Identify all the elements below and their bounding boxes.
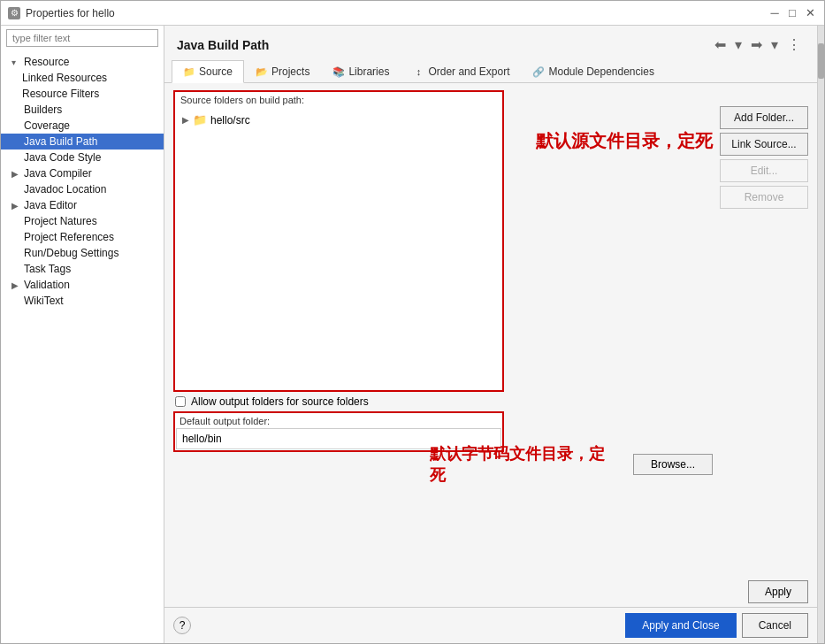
nav-dropdown2-button[interactable]: ▾ [768, 34, 782, 55]
footer-left: ? [173, 613, 620, 638]
tab-order-export[interactable]: ↕ Order and Export [401, 60, 521, 82]
sidebar-item-run-debug-settings[interactable]: ▾ Run/Debug Settings [1, 245, 164, 261]
sidebar-item-java-code-style[interactable]: ▾ Java Code Style [1, 150, 164, 165]
apply-close-button[interactable]: Apply and Close [625, 613, 736, 638]
main-header: Java Build Path ⬅ ▾ ➡ ▾ ⋮ [164, 26, 817, 60]
allow-output-label: Allow output folders for source folders [191, 395, 369, 408]
annotation-panel: 默认源文件目录，定死 [518, 90, 713, 153]
page-title: Java Build Path [177, 38, 269, 52]
sidebar-item-resource[interactable]: ▾ Resource [1, 54, 164, 70]
browse-button[interactable]: Browse... [633, 454, 713, 475]
sidebar-item-project-references[interactable]: ▾ Project References [1, 229, 164, 245]
sidebar-item-label: Run/Debug Settings [24, 247, 118, 259]
more-button[interactable]: ⋮ [783, 34, 805, 55]
content-left: Source folders on build path: ▶ 📁 hello/… [173, 90, 713, 570]
sidebar-item-label: Java Build Path [24, 135, 97, 148]
sidebar-item-validation[interactable]: ▶ Validation [1, 277, 164, 293]
properties-window: ⚙ Properties for hello ─ □ ✕ ▾ Resource … [0, 0, 825, 644]
sidebar-item-task-tags[interactable]: ▾ Task Tags [1, 261, 164, 277]
sidebar: ▾ Resource Linked Resources Resource Fil… [1, 26, 164, 643]
add-folder-button[interactable]: Add Folder... [720, 106, 808, 129]
module-tab-icon: 🔗 [532, 65, 545, 78]
scrollbar[interactable] [817, 26, 824, 643]
expand-arrow-icon: ▶ [11, 280, 20, 290]
libraries-tab-icon: 📚 [332, 65, 345, 78]
sidebar-item-label: Resource Filters [22, 88, 99, 100]
right-action-buttons: Add Folder... Link Source... Edit... Rem… [720, 90, 808, 570]
folder-icon: 📁 [193, 113, 207, 126]
back-button[interactable]: ⬅ [711, 34, 730, 55]
sidebar-item-label: Java Code Style [24, 151, 101, 164]
tab-module-label: Module Dependencies [548, 65, 653, 78]
expand-arrow-icon: ▶ [182, 115, 189, 125]
sidebar-item-builders[interactable]: ▾ Builders [1, 102, 164, 118]
sidebar-item-resource-filters[interactable]: Resource Filters [1, 86, 164, 102]
sidebar-item-coverage[interactable]: ▾ Coverage [1, 118, 164, 134]
header-nav: ⬅ ▾ ➡ ▾ ⋮ [711, 34, 805, 55]
sidebar-item-label: Java Editor [24, 199, 77, 211]
output-left: 默认字节码文件目录，定死 [173, 443, 607, 486]
apply-row: Apply [164, 577, 817, 607]
sidebar-item-wikitext[interactable]: ▾ WikiText [1, 293, 164, 309]
sidebar-item-project-natures[interactable]: ▾ Project Natures [1, 213, 164, 229]
tab-module-dependencies[interactable]: 🔗 Module Dependencies [521, 60, 665, 82]
allow-output-checkbox[interactable] [175, 396, 186, 407]
sidebar-tree: ▾ Resource Linked Resources Resource Fil… [1, 50, 164, 643]
sidebar-item-java-compiler[interactable]: ▶ Java Compiler [1, 165, 164, 181]
tab-libraries-label: Libraries [348, 65, 389, 78]
tab-source-label: Source [199, 65, 233, 78]
link-source-button[interactable]: Link Source... [720, 133, 808, 156]
window-title: Properties for hello [26, 7, 115, 19]
sidebar-item-label: WikiText [24, 295, 64, 307]
source-item-label: hello/src [210, 114, 250, 126]
expand-arrow-icon: ▶ [11, 169, 20, 179]
cancel-button[interactable]: Cancel [742, 613, 808, 638]
help-button[interactable]: ? [173, 617, 191, 634]
title-bar-left: ⚙ Properties for hello [8, 7, 115, 19]
expand-arrow-icon: ▶ [11, 201, 20, 211]
sidebar-item-java-editor[interactable]: ▶ Java Editor [1, 197, 164, 213]
main-content: Java Build Path ⬅ ▾ ➡ ▾ ⋮ 📁 Source 📂 Pro… [164, 26, 817, 643]
default-output-inner-label: Default output folder: [176, 414, 501, 428]
tab-source[interactable]: 📁 Source [172, 60, 244, 83]
sidebar-item-label: Coverage [24, 119, 70, 132]
close-button[interactable]: ✕ [803, 6, 817, 20]
expand-arrow-icon: ▾ [11, 58, 20, 67]
maximize-button[interactable]: □ [785, 6, 799, 20]
annotation1-text: 默认源文件目录，定死 [536, 120, 713, 153]
remove-button[interactable]: Remove [720, 186, 808, 209]
sidebar-item-label: Project References [24, 231, 114, 243]
source-tab-icon: 📁 [183, 65, 195, 78]
tab-projects[interactable]: 📂 Projects [244, 60, 321, 82]
nav-dropdown-button[interactable]: ▾ [731, 34, 745, 55]
sidebar-item-linked-resources[interactable]: Linked Resources [1, 70, 164, 86]
annotation2-text: 默认字节码文件目录，定死 [430, 443, 607, 486]
minimize-button[interactable]: ─ [768, 6, 782, 20]
window-body: ▾ Resource Linked Resources Resource Fil… [1, 26, 824, 643]
order-tab-icon: ↕ [412, 65, 424, 78]
forward-button[interactable]: ➡ [747, 34, 766, 55]
source-list-item[interactable]: ▶ 📁 hello/src [179, 111, 499, 129]
apply-button[interactable]: Apply [748, 580, 808, 603]
sidebar-item-label: Builders [24, 104, 62, 116]
source-folders-row: Source folders on build path: ▶ 📁 hello/… [173, 90, 713, 452]
edit-button[interactable]: Edit... [720, 159, 808, 182]
window-icon: ⚙ [8, 7, 20, 19]
tab-content-area: Source folders on build path: ▶ 📁 hello/… [164, 83, 817, 577]
source-folders-label: Source folders on build path: [175, 92, 502, 107]
sidebar-item-java-build-path[interactable]: ▾ Java Build Path [1, 134, 164, 150]
tab-order-label: Order and Export [428, 65, 509, 78]
sidebar-item-label: Java Compiler [24, 167, 92, 180]
output-browse-row: 默认字节码文件目录，定死 Browse... [173, 443, 713, 486]
allow-output-row: Allow output folders for source folders [173, 392, 504, 411]
sidebar-item-label: Javadoc Location [24, 183, 106, 196]
scrollbar-thumb [818, 43, 824, 79]
filter-search-input[interactable] [6, 29, 158, 47]
title-bar: ⚙ Properties for hello ─ □ ✕ [1, 1, 824, 26]
footer-buttons: ? Apply and Close Cancel [164, 607, 817, 643]
sidebar-item-label: Project Natures [24, 215, 97, 227]
tab-projects-label: Projects [271, 65, 309, 78]
sidebar-item-label: Task Tags [24, 263, 71, 275]
tab-libraries[interactable]: 📚 Libraries [321, 60, 401, 82]
sidebar-item-javadoc-location[interactable]: ▾ Javadoc Location [1, 181, 164, 197]
